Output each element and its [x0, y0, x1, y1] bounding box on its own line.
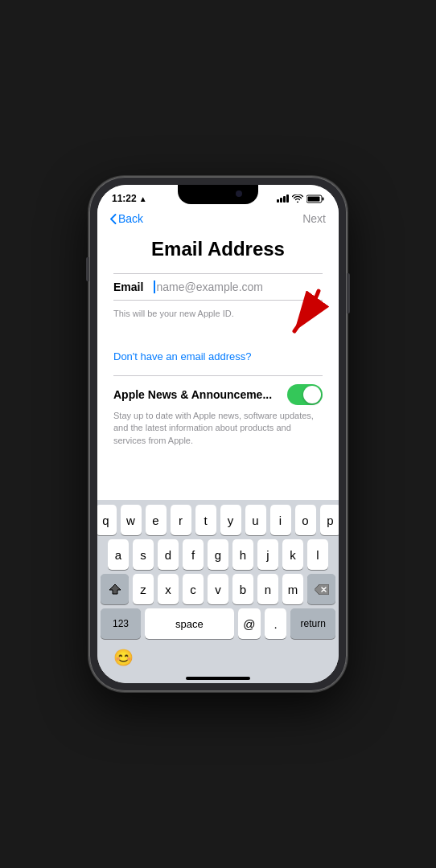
key-z[interactable]: z — [133, 574, 154, 604]
svg-rect-1 — [323, 197, 324, 200]
screen-content: 11:22 ▲ — [97, 185, 339, 683]
nav-bar: Back Next — [97, 207, 339, 230]
key-shift[interactable] — [101, 574, 129, 604]
key-x[interactable]: x — [158, 574, 179, 604]
cursor — [154, 280, 155, 293]
keyboard-row-2: a s d f g h j k l — [101, 539, 335, 570]
signal-icon — [277, 194, 289, 203]
back-button[interactable]: Back — [110, 212, 143, 225]
toggle-switch[interactable] — [287, 384, 323, 405]
keyboard-bottom-bar: 😊 — [101, 643, 335, 674]
key-w[interactable]: w — [121, 505, 142, 535]
arrow-container — [113, 323, 323, 347]
delete-icon — [315, 584, 329, 595]
key-delete[interactable] — [307, 574, 335, 604]
keyboard-row-3: z x c v b n m — [101, 574, 335, 604]
next-button[interactable]: Next — [302, 212, 326, 225]
email-section: Email name@example.com — [113, 273, 323, 301]
helper-text: This will be your new Apple ID. — [113, 305, 323, 323]
key-q[interactable]: q — [97, 505, 117, 535]
email-input-container[interactable]: name@example.com — [154, 280, 323, 293]
dont-have-email-link[interactable]: Don't have an email address? — [113, 347, 323, 371]
toggle-section: Apple News & Announceme... Stay up to da… — [113, 375, 323, 453]
email-row: Email name@example.com — [113, 274, 323, 300]
shift-icon — [109, 583, 121, 595]
page-title: Email Address — [113, 238, 323, 260]
phone-screen: 11:22 ▲ — [97, 185, 339, 683]
key-u[interactable]: u — [245, 505, 266, 535]
key-d[interactable]: d — [158, 539, 179, 570]
time-text: 11:22 — [112, 193, 137, 204]
svg-rect-2 — [308, 196, 320, 201]
key-p[interactable]: p — [320, 505, 339, 535]
key-numbers[interactable]: 123 — [101, 608, 141, 639]
key-j[interactable]: j — [257, 539, 278, 570]
toggle-description: Stay up to date with Apple news, softwar… — [113, 410, 323, 447]
toggle-row: Apple News & Announceme... — [113, 384, 323, 405]
key-t[interactable]: t — [195, 505, 216, 535]
camera-dot — [236, 190, 242, 197]
key-f[interactable]: f — [183, 539, 204, 570]
location-icon: ▲ — [139, 194, 147, 203]
key-g[interactable]: g — [208, 539, 228, 570]
back-label: Back — [118, 212, 143, 225]
keyboard: q w e r t y u i o p a s d f g — [97, 500, 339, 683]
key-c[interactable]: c — [183, 574, 204, 604]
status-icons — [277, 194, 324, 203]
key-m[interactable]: m — [282, 574, 303, 604]
key-at[interactable]: @ — [238, 608, 261, 639]
key-r[interactable]: r — [171, 505, 191, 535]
toggle-label: Apple News & Announceme... — [113, 388, 272, 401]
toggle-knob — [303, 386, 321, 403]
key-e[interactable]: e — [146, 505, 167, 535]
home-indicator — [186, 677, 250, 680]
key-v[interactable]: v — [208, 574, 228, 604]
key-b[interactable]: b — [232, 574, 253, 604]
battery-icon — [306, 194, 324, 203]
wifi-icon — [292, 194, 303, 203]
key-o[interactable]: o — [295, 505, 316, 535]
key-a[interactable]: a — [108, 539, 129, 570]
emoji-button[interactable]: 😊 — [113, 648, 134, 667]
key-space[interactable]: space — [145, 608, 234, 639]
key-dot[interactable]: . — [265, 608, 287, 639]
status-time: 11:22 ▲ — [112, 193, 147, 204]
chevron-left-icon — [110, 214, 117, 224]
key-n[interactable]: n — [257, 574, 278, 604]
key-h[interactable]: h — [232, 539, 253, 570]
email-placeholder: name@example.com — [157, 280, 323, 293]
key-y[interactable]: y — [220, 505, 241, 535]
key-i[interactable]: i — [270, 505, 291, 535]
key-k[interactable]: k — [282, 539, 303, 570]
email-label: Email — [113, 280, 146, 293]
key-s[interactable]: s — [133, 539, 154, 570]
phone-frame: 11:22 ▲ — [89, 177, 347, 691]
key-l[interactable]: l — [307, 539, 328, 570]
keyboard-row-1: q w e r t y u i o p — [101, 505, 335, 535]
keyboard-bottom-row: 123 space @ . return — [101, 608, 335, 639]
main-content: Email Address Email name@example.com Thi… — [97, 230, 339, 500]
key-return[interactable]: return — [290, 608, 335, 639]
notch — [178, 185, 258, 204]
